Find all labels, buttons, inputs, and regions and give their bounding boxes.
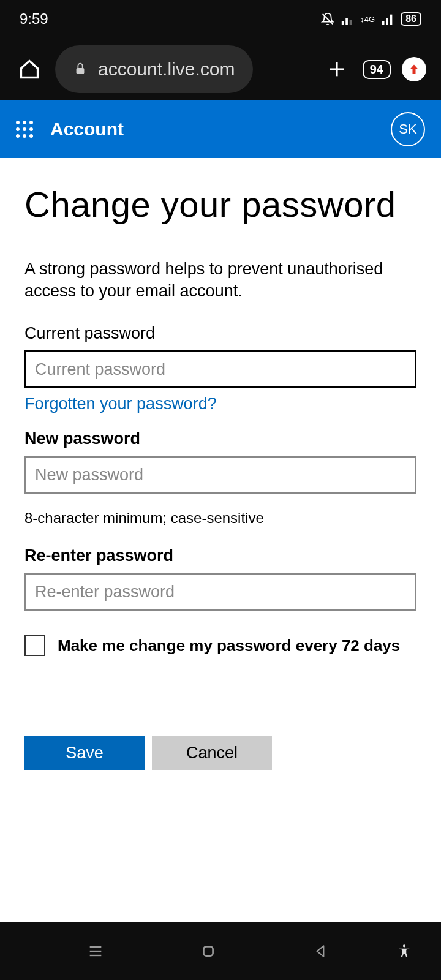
forgot-password-link[interactable]: Forgotten your password?: [24, 394, 217, 413]
update-icon[interactable]: [402, 57, 426, 81]
ms-header: Account SK: [0, 100, 441, 158]
new-password-input[interactable]: [24, 456, 417, 494]
new-tab-icon[interactable]: [322, 55, 352, 84]
accessibility-icon[interactable]: [392, 939, 417, 963]
recent-apps-icon[interactable]: [83, 939, 108, 963]
save-button[interactable]: Save: [24, 736, 145, 770]
current-password-label: Current password: [24, 324, 417, 343]
svg-rect-3: [350, 20, 352, 24]
button-row: Save Cancel: [24, 736, 417, 770]
home-nav-icon[interactable]: [196, 939, 221, 963]
status-right: ↕4G 86: [321, 12, 421, 26]
avatar[interactable]: SK: [391, 112, 425, 146]
reenter-password-group: Re-enter password: [24, 546, 417, 611]
svg-rect-5: [386, 18, 388, 24]
network-label: ↕4G: [360, 15, 375, 23]
signal-icon: [341, 12, 354, 26]
svg-rect-13: [203, 946, 213, 956]
page-title: Change your password: [24, 183, 417, 227]
svg-rect-1: [342, 21, 344, 24]
url-text: account.live.com: [98, 59, 235, 80]
checkbox-row: Make me change my password every 72 days: [24, 635, 417, 656]
svg-rect-7: [77, 68, 85, 74]
current-password-input[interactable]: [24, 350, 417, 388]
svg-point-14: [403, 944, 405, 947]
back-nav-icon[interactable]: [309, 939, 333, 963]
lock-icon: [74, 59, 87, 80]
svg-rect-2: [346, 18, 349, 24]
notification-off-icon: [321, 12, 334, 26]
app-launcher-icon[interactable]: [16, 121, 33, 138]
signal-icon-2: [381, 12, 394, 26]
header-divider: [146, 116, 146, 143]
change-every-72-checkbox[interactable]: [24, 635, 45, 656]
cancel-button[interactable]: Cancel: [152, 736, 272, 770]
status-bar: 9:59 ↕4G 86: [0, 0, 441, 38]
new-password-group: New password: [24, 429, 417, 494]
current-password-group: Current password Forgotten your password…: [24, 324, 417, 413]
battery-icon: 86: [401, 12, 421, 26]
description: A strong password helps to prevent unaut…: [24, 258, 417, 303]
reenter-password-input[interactable]: [24, 573, 417, 611]
android-nav-bar: [0, 922, 441, 980]
new-password-hint: 8-character minimum; case-sensitive: [24, 510, 417, 527]
svg-rect-6: [390, 15, 393, 24]
reenter-password-label: Re-enter password: [24, 546, 417, 565]
svg-rect-4: [382, 21, 385, 24]
checkbox-label: Make me change my password every 72 days: [58, 636, 400, 655]
new-password-label: New password: [24, 429, 417, 448]
header-title[interactable]: Account: [50, 119, 124, 140]
browser-bar: account.live.com 94: [0, 38, 441, 100]
url-bar[interactable]: account.live.com: [55, 45, 253, 93]
home-icon[interactable]: [15, 55, 44, 84]
status-time: 9:59: [20, 10, 48, 28]
content: Change your password A strong password h…: [0, 158, 441, 770]
tab-count-badge[interactable]: 94: [363, 60, 391, 79]
